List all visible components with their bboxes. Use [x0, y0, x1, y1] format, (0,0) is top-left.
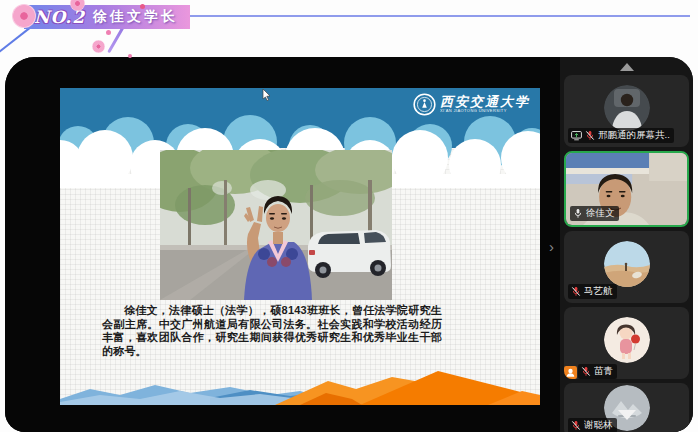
sakura-flower-icon [12, 4, 36, 28]
participant-tile[interactable]: 苗青 [564, 307, 689, 379]
avatar [604, 241, 650, 287]
muted-mic-icon [571, 420, 581, 431]
avatar [604, 85, 650, 131]
participant-tile[interactable]: 谢聪林 [564, 383, 689, 432]
banner-underline [189, 15, 690, 17]
live-mic-icon [573, 208, 583, 219]
screen-share-icon [571, 131, 582, 141]
session-banner: NO.2 徐佳文学长 [24, 5, 190, 29]
scroll-up-icon[interactable] [620, 63, 634, 71]
avatar [604, 317, 650, 363]
university-name-en: XI'AN JIAOTONG UNIVERSITY [440, 109, 530, 113]
participant-tile-speaker[interactable]: 徐佳文 [564, 151, 689, 227]
sakura-flower-icon [92, 40, 105, 53]
participant-name: 徐佳文 [586, 207, 615, 220]
muted-mic-icon [581, 366, 591, 377]
scroll-down-icon[interactable] [618, 410, 636, 420]
participant-tile[interactable]: 马艺航 [564, 231, 689, 303]
mountain-footer-graphic [60, 369, 540, 405]
participant-tile-sharer[interactable]: 邢鹏通的屏幕共.. [564, 75, 689, 147]
branch-streak-decoration [0, 26, 32, 56]
muted-mic-icon [571, 286, 581, 297]
bio-text: 徐佳文，法律硕士（法学），硕8143班班长，曾任法学院研究生会副主席。中交广州航… [102, 304, 442, 358]
university-name-cn: 西安交通大学 [440, 95, 530, 109]
participant-name: 邢鹏通的屏幕共.. [598, 129, 670, 142]
mouse-cursor-icon [262, 89, 271, 101]
muted-mic-icon [585, 130, 595, 141]
presentation-slide: 西安交通大学 XI'AN JIAOTONG UNIVERSITY [60, 88, 540, 405]
participants-sidebar: 邢鹏通的屏幕共.. [560, 57, 693, 432]
graduate-photo [160, 150, 392, 300]
participant-name: 谢聪林 [584, 419, 613, 432]
petal-dot-decoration [140, 4, 145, 9]
participant-name: 苗青 [594, 365, 613, 378]
white-car [308, 230, 391, 278]
meeting-screenshot: NO.2 徐佳文学长 [0, 0, 698, 432]
meeting-window: 西安交通大学 XI'AN JIAOTONG UNIVERSITY [5, 57, 693, 432]
petal-dot-decoration [128, 54, 132, 58]
expand-panel-chevron[interactable]: › [549, 239, 554, 254]
petal-dot-decoration [106, 30, 111, 35]
member-badge-icon [564, 366, 577, 379]
participant-name: 马艺航 [584, 285, 613, 298]
screen-share-area: 西安交通大学 XI'AN JIAOTONG UNIVERSITY [5, 57, 560, 432]
university-emblem-icon [413, 93, 436, 116]
university-logo: 西安交通大学 XI'AN JIAOTONG UNIVERSITY [413, 93, 530, 116]
session-title: 徐佳文学长 [93, 8, 178, 26]
